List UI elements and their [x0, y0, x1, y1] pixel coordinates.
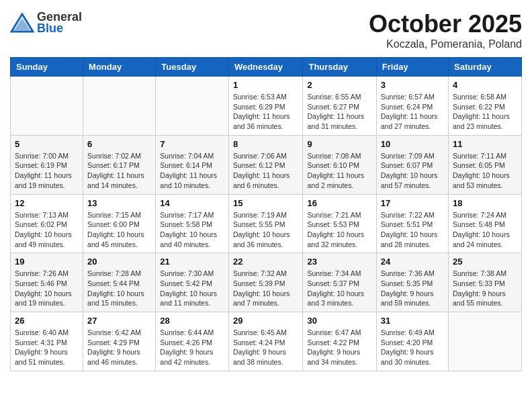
day-number: 27 — [87, 316, 151, 326]
day-number: 11 — [453, 139, 517, 149]
day-number: 19 — [15, 257, 79, 267]
weekday-header-tuesday: Tuesday — [156, 58, 229, 77]
day-number: 28 — [160, 316, 224, 326]
day-number: 26 — [15, 316, 79, 326]
day-number: 25 — [453, 257, 517, 267]
day-number: 8 — [233, 139, 299, 149]
day-number: 24 — [381, 257, 444, 267]
calendar-cell: 28Sunrise: 6:44 AM Sunset: 4:26 PM Dayli… — [156, 312, 229, 371]
calendar-cell: 20Sunrise: 7:28 AM Sunset: 5:44 PM Dayli… — [83, 253, 156, 312]
day-number: 18 — [453, 198, 517, 208]
weekday-header-sunday: Sunday — [11, 58, 83, 77]
day-info: Sunrise: 7:09 AM Sunset: 6:07 PM Dayligh… — [381, 151, 444, 191]
calendar-cell: 9Sunrise: 7:08 AM Sunset: 6:10 PM Daylig… — [303, 135, 376, 194]
weekday-header-wednesday: Wednesday — [228, 58, 303, 77]
day-number: 2 — [307, 80, 371, 90]
day-info: Sunrise: 7:00 AM Sunset: 6:19 PM Dayligh… — [15, 151, 79, 191]
day-number: 23 — [307, 257, 371, 267]
day-info: Sunrise: 6:57 AM Sunset: 6:24 PM Dayligh… — [381, 92, 444, 132]
day-number: 1 — [233, 80, 299, 90]
logo: General Blue — [10, 10, 82, 36]
day-info: Sunrise: 6:45 AM Sunset: 4:24 PM Dayligh… — [233, 328, 299, 367]
calendar-cell: 16Sunrise: 7:21 AM Sunset: 5:53 PM Dayli… — [303, 194, 376, 253]
calendar-cell: 7Sunrise: 7:04 AM Sunset: 6:14 PM Daylig… — [156, 135, 229, 194]
day-number: 3 — [381, 80, 444, 90]
day-info: Sunrise: 6:40 AM Sunset: 4:31 PM Dayligh… — [15, 328, 79, 367]
day-number: 16 — [307, 198, 371, 208]
day-info: Sunrise: 7:34 AM Sunset: 5:37 PM Dayligh… — [307, 269, 371, 308]
day-info: Sunrise: 7:04 AM Sunset: 6:14 PM Dayligh… — [160, 151, 224, 191]
calendar-table: SundayMondayTuesdayWednesdayThursdayFrid… — [10, 57, 522, 371]
calendar-cell: 22Sunrise: 7:32 AM Sunset: 5:39 PM Dayli… — [228, 253, 303, 312]
day-number: 30 — [307, 316, 371, 326]
calendar-cell — [449, 312, 522, 371]
calendar-cell: 30Sunrise: 6:47 AM Sunset: 4:22 PM Dayli… — [303, 312, 376, 371]
calendar-cell: 12Sunrise: 7:13 AM Sunset: 6:02 PM Dayli… — [11, 194, 83, 253]
day-info: Sunrise: 6:58 AM Sunset: 6:22 PM Dayligh… — [453, 92, 517, 132]
calendar-cell: 21Sunrise: 7:30 AM Sunset: 5:42 PM Dayli… — [156, 253, 229, 312]
calendar-week-1: 1Sunrise: 6:53 AM Sunset: 6:29 PM Daylig… — [11, 77, 522, 136]
calendar-week-2: 5Sunrise: 7:00 AM Sunset: 6:19 PM Daylig… — [11, 135, 522, 194]
day-info: Sunrise: 6:53 AM Sunset: 6:29 PM Dayligh… — [233, 92, 299, 132]
day-info: Sunrise: 6:47 AM Sunset: 4:22 PM Dayligh… — [307, 328, 371, 367]
weekday-header-saturday: Saturday — [449, 58, 522, 77]
page-header: General Blue October 2025 Koczala, Pomer… — [10, 10, 522, 50]
day-number: 12 — [15, 198, 79, 208]
day-number: 31 — [381, 316, 444, 326]
weekday-header-monday: Monday — [83, 58, 156, 77]
calendar-cell: 5Sunrise: 7:00 AM Sunset: 6:19 PM Daylig… — [11, 135, 83, 194]
calendar-cell: 2Sunrise: 6:55 AM Sunset: 6:27 PM Daylig… — [303, 77, 376, 136]
day-info: Sunrise: 7:24 AM Sunset: 5:48 PM Dayligh… — [453, 210, 517, 250]
day-number: 6 — [87, 139, 151, 149]
calendar-cell: 18Sunrise: 7:24 AM Sunset: 5:48 PM Dayli… — [449, 194, 522, 253]
calendar-cell: 23Sunrise: 7:34 AM Sunset: 5:37 PM Dayli… — [303, 253, 376, 312]
day-info: Sunrise: 7:13 AM Sunset: 6:02 PM Dayligh… — [15, 210, 79, 250]
calendar-week-5: 26Sunrise: 6:40 AM Sunset: 4:31 PM Dayli… — [11, 312, 522, 371]
day-info: Sunrise: 7:26 AM Sunset: 5:46 PM Dayligh… — [15, 269, 79, 308]
calendar-cell: 15Sunrise: 7:19 AM Sunset: 5:55 PM Dayli… — [228, 194, 303, 253]
day-info: Sunrise: 7:28 AM Sunset: 5:44 PM Dayligh… — [87, 269, 151, 308]
day-info: Sunrise: 7:15 AM Sunset: 6:00 PM Dayligh… — [87, 210, 151, 250]
day-info: Sunrise: 7:30 AM Sunset: 5:42 PM Dayligh… — [160, 269, 224, 308]
calendar-week-3: 12Sunrise: 7:13 AM Sunset: 6:02 PM Dayli… — [11, 194, 522, 253]
calendar-cell: 4Sunrise: 6:58 AM Sunset: 6:22 PM Daylig… — [449, 77, 522, 136]
weekday-header-thursday: Thursday — [303, 58, 376, 77]
day-number: 5 — [15, 139, 79, 149]
calendar-cell: 14Sunrise: 7:17 AM Sunset: 5:58 PM Dayli… — [156, 194, 229, 253]
day-info: Sunrise: 7:02 AM Sunset: 6:17 PM Dayligh… — [87, 151, 151, 191]
calendar-cell: 29Sunrise: 6:45 AM Sunset: 4:24 PM Dayli… — [228, 312, 303, 371]
calendar-cell — [11, 77, 83, 136]
calendar-cell — [83, 77, 156, 136]
day-info: Sunrise: 7:38 AM Sunset: 5:33 PM Dayligh… — [453, 269, 517, 308]
calendar-cell: 27Sunrise: 6:42 AM Sunset: 4:29 PM Dayli… — [83, 312, 156, 371]
day-number: 22 — [233, 257, 299, 267]
day-info: Sunrise: 7:19 AM Sunset: 5:55 PM Dayligh… — [233, 210, 299, 250]
month-title: October 2025 — [369, 10, 522, 38]
day-info: Sunrise: 6:42 AM Sunset: 4:29 PM Dayligh… — [87, 328, 151, 367]
day-info: Sunrise: 6:55 AM Sunset: 6:27 PM Dayligh… — [307, 92, 371, 132]
calendar-cell: 8Sunrise: 7:06 AM Sunset: 6:12 PM Daylig… — [228, 135, 303, 194]
day-number: 10 — [381, 139, 444, 149]
day-info: Sunrise: 7:36 AM Sunset: 5:35 PM Dayligh… — [381, 269, 444, 308]
day-info: Sunrise: 7:08 AM Sunset: 6:10 PM Dayligh… — [307, 151, 371, 191]
calendar-cell: 3Sunrise: 6:57 AM Sunset: 6:24 PM Daylig… — [376, 77, 448, 136]
logo-icon — [10, 13, 34, 33]
day-number: 20 — [87, 257, 151, 267]
day-info: Sunrise: 7:21 AM Sunset: 5:53 PM Dayligh… — [307, 210, 371, 250]
logo-blue: Blue — [37, 21, 82, 36]
calendar-cell: 26Sunrise: 6:40 AM Sunset: 4:31 PM Dayli… — [11, 312, 83, 371]
title-block: October 2025 Koczala, Pomerania, Poland — [369, 10, 522, 50]
day-info: Sunrise: 6:44 AM Sunset: 4:26 PM Dayligh… — [160, 328, 224, 367]
day-info: Sunrise: 6:49 AM Sunset: 4:20 PM Dayligh… — [381, 328, 444, 367]
day-number: 21 — [160, 257, 224, 267]
calendar-cell: 1Sunrise: 6:53 AM Sunset: 6:29 PM Daylig… — [228, 77, 303, 136]
calendar-cell: 25Sunrise: 7:38 AM Sunset: 5:33 PM Dayli… — [449, 253, 522, 312]
weekday-header-row: SundayMondayTuesdayWednesdayThursdayFrid… — [11, 58, 522, 77]
day-number: 7 — [160, 139, 224, 149]
day-info: Sunrise: 7:11 AM Sunset: 6:05 PM Dayligh… — [453, 151, 517, 191]
calendar-cell: 19Sunrise: 7:26 AM Sunset: 5:46 PM Dayli… — [11, 253, 83, 312]
day-info: Sunrise: 7:06 AM Sunset: 6:12 PM Dayligh… — [233, 151, 299, 191]
day-info: Sunrise: 7:32 AM Sunset: 5:39 PM Dayligh… — [233, 269, 299, 308]
calendar-cell: 17Sunrise: 7:22 AM Sunset: 5:51 PM Dayli… — [376, 194, 448, 253]
day-number: 15 — [233, 198, 299, 208]
